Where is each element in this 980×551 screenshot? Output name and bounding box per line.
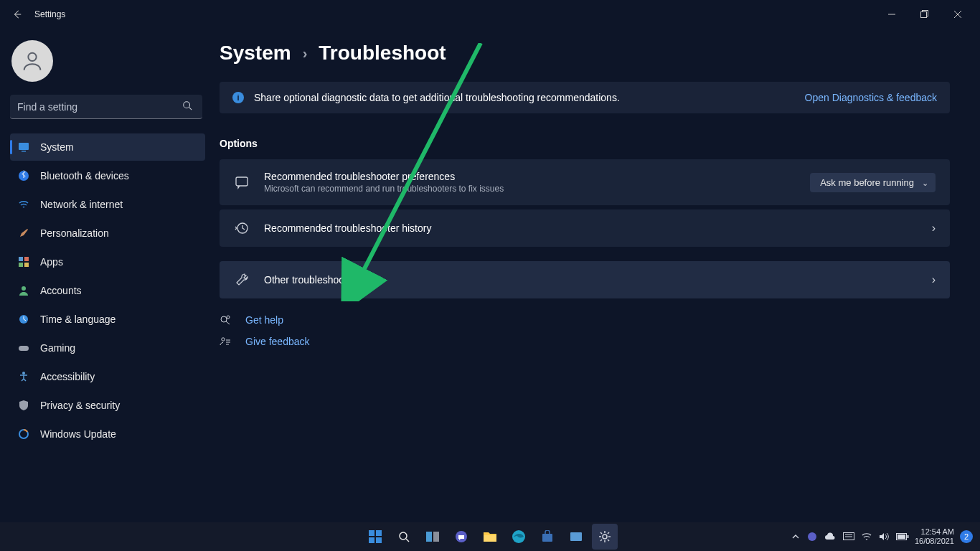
sidebar: System Bluetooth & devices Network & int… (0, 29, 215, 522)
taskbar-taskview[interactable] (420, 524, 446, 550)
svg-rect-38 (570, 532, 582, 541)
update-icon (17, 428, 30, 441)
taskbar-search[interactable] (391, 524, 417, 550)
close-button[interactable] (941, 3, 974, 26)
card-troubleshooter-prefs: Recommended troubleshooter preferences M… (220, 159, 950, 205)
avatar[interactable] (11, 40, 53, 82)
history-icon (234, 221, 250, 235)
tray-battery-icon[interactable] (896, 533, 909, 540)
card-troubleshooter-history[interactable]: Recommended troubleshooter history › (220, 209, 950, 247)
svg-rect-26 (369, 530, 374, 536)
svg-point-22 (221, 316, 227, 322)
tray-onedrive-icon[interactable] (824, 532, 836, 541)
brush-icon (17, 227, 30, 240)
get-help-link[interactable]: Get help (245, 314, 283, 326)
taskbar-clock[interactable]: 12:54 AM 16/08/2021 (915, 527, 954, 546)
chevron-right-icon: › (303, 45, 308, 62)
svg-rect-11 (19, 257, 23, 261)
taskbar-store[interactable] (534, 524, 560, 550)
clock-date: 16/08/2021 (915, 537, 954, 546)
prefs-dropdown[interactable]: Ask me before running ⌄ (810, 173, 936, 192)
svg-point-24 (222, 338, 225, 341)
chevron-down-icon: ⌄ (922, 179, 928, 188)
svg-rect-33 (433, 532, 439, 542)
tray-keyboard-icon[interactable] (843, 532, 854, 541)
breadcrumb-parent[interactable]: System (220, 42, 291, 65)
svg-point-39 (603, 534, 607, 539)
wrench-icon (234, 273, 250, 287)
sidebar-item-apps[interactable]: Apps (10, 248, 205, 276)
tray-wifi-icon[interactable] (862, 532, 872, 541)
chat-icon (234, 175, 250, 189)
svg-line-31 (406, 539, 409, 542)
start-button[interactable] (362, 524, 388, 550)
svg-rect-2 (921, 12, 927, 18)
svg-rect-32 (426, 532, 432, 542)
taskbar-app-generic[interactable] (563, 524, 589, 550)
tray-volume-icon[interactable] (879, 532, 889, 541)
taskbar-edge[interactable] (506, 524, 532, 550)
sidebar-item-label: Personalization (40, 227, 109, 239)
sidebar-item-privacy[interactable]: Privacy & security (10, 392, 205, 419)
notification-badge[interactable]: 2 (960, 530, 973, 543)
sidebar-item-accounts[interactable]: Accounts (10, 277, 205, 304)
chevron-right-icon: › (932, 273, 936, 286)
sidebar-item-windows-update[interactable]: Windows Update (10, 420, 205, 448)
open-diagnostics-link[interactable]: Open Diagnostics & feedback (805, 92, 937, 103)
svg-rect-35 (484, 535, 496, 542)
svg-rect-8 (19, 143, 29, 150)
titlebar: Settings (0, 0, 980, 29)
card-other-troubleshooters[interactable]: Other troubleshooters › (220, 261, 950, 298)
sidebar-item-label: Bluetooth & devices (40, 170, 129, 182)
info-banner: i Share optional diagnostic data to get … (220, 82, 950, 113)
sidebar-item-label: Gaming (40, 342, 75, 354)
tray-chevron-icon[interactable] (791, 532, 800, 541)
sidebar-item-label: Apps (40, 256, 63, 268)
taskbar-settings[interactable] (592, 524, 618, 550)
breadcrumb: System › Troubleshoot (220, 42, 950, 65)
sidebar-item-label: Privacy & security (40, 400, 120, 411)
sidebar-item-accessibility[interactable]: Accessibility (10, 363, 205, 390)
tray-teams-icon[interactable] (807, 532, 817, 542)
search-box[interactable] (10, 95, 205, 119)
svg-point-15 (22, 286, 26, 291)
back-button[interactable] (6, 3, 29, 26)
person-icon (17, 284, 30, 297)
banner-text: Share optional diagnostic data to get ad… (254, 92, 620, 103)
nav-list: System Bluetooth & devices Network & int… (10, 133, 205, 448)
taskbar: 12:54 AM 16/08/2021 2 (0, 522, 980, 551)
svg-line-7 (189, 108, 192, 110)
svg-rect-14 (24, 263, 29, 267)
give-feedback-link[interactable]: Give feedback (245, 336, 310, 347)
sidebar-item-label: Accessibility (40, 371, 95, 382)
minimize-button[interactable] (875, 3, 908, 26)
svg-point-5 (28, 53, 36, 61)
accessibility-icon (17, 370, 30, 383)
search-icon (182, 100, 192, 110)
sidebar-item-personalization[interactable]: Personalization (10, 220, 205, 247)
maximize-button[interactable] (908, 3, 941, 26)
taskbar-chat[interactable] (448, 524, 474, 550)
card-subtitle: Microsoft can recommend and run troubles… (264, 184, 796, 194)
svg-rect-28 (369, 537, 374, 543)
main-content: System › Troubleshoot i Share optional d… (215, 29, 980, 522)
search-input[interactable] (10, 95, 202, 119)
sidebar-item-label: Windows Update (40, 428, 116, 440)
help-icon (220, 314, 232, 326)
dropdown-value: Ask me before running (820, 177, 914, 188)
taskbar-explorer[interactable] (477, 524, 503, 550)
sidebar-item-gaming[interactable]: Gaming (10, 334, 205, 362)
sidebar-item-network[interactable]: Network & internet (10, 191, 205, 218)
shield-icon (17, 399, 30, 412)
sidebar-item-label: Network & internet (40, 199, 123, 210)
card-title: Recommended troubleshooter preferences (264, 171, 796, 182)
svg-rect-45 (907, 535, 908, 538)
sidebar-item-bluetooth[interactable]: Bluetooth & devices (10, 162, 205, 189)
sidebar-item-system[interactable]: System (10, 133, 205, 161)
sidebar-item-time-language[interactable]: Time & language (10, 306, 205, 333)
card-title: Recommended troubleshooter history (264, 222, 918, 234)
svg-rect-13 (19, 263, 23, 267)
svg-rect-17 (19, 346, 29, 351)
clock-icon (17, 313, 30, 326)
svg-point-40 (808, 532, 816, 541)
